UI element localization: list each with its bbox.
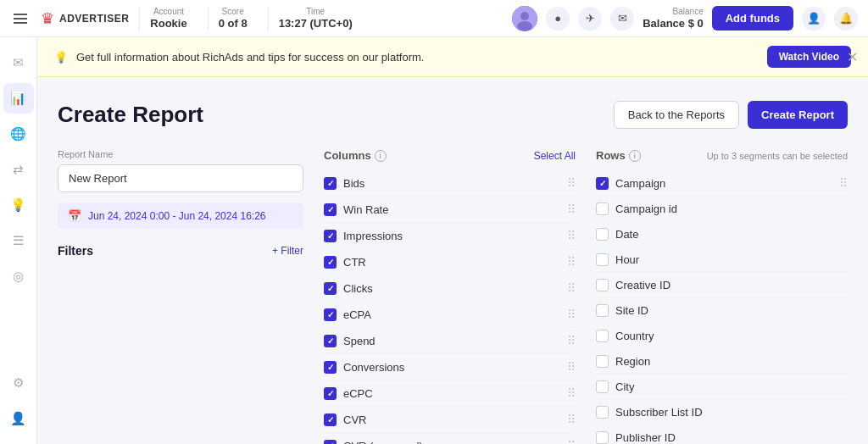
checkbox[interactable]: [596, 431, 609, 444]
drag-handle-icon[interactable]: ⠿: [567, 334, 576, 347]
row-label: Campaign id: [615, 203, 677, 215]
checkbox[interactable]: [596, 228, 609, 241]
table-row: ✓ Clicks ⠿: [324, 275, 576, 302]
checkbox[interactable]: ✓: [324, 177, 337, 190]
check-item-left: ✓ Clicks: [324, 282, 373, 295]
drag-handle-icon[interactable]: ⠿: [567, 176, 576, 190]
skype-icon[interactable]: ●: [546, 7, 570, 31]
brand-label: ADVERTISER: [59, 13, 129, 25]
sidebar-item-list[interactable]: ☰: [3, 225, 34, 256]
columns-info-icon: i: [375, 150, 387, 162]
column-label: Clicks: [343, 282, 373, 295]
account-label: Account: [153, 7, 184, 17]
drag-handle-icon[interactable]: ⠿: [567, 360, 576, 374]
checkbox[interactable]: ✓: [324, 413, 337, 426]
checkmark-icon: ✓: [327, 336, 334, 346]
check-item-left: Publisher ID: [596, 431, 676, 444]
check-item-left: Date: [596, 228, 638, 241]
checkbox[interactable]: [596, 330, 609, 342]
checkbox[interactable]: [596, 203, 609, 215]
checkbox[interactable]: ✓: [324, 203, 337, 216]
checkbox[interactable]: [596, 304, 609, 317]
drag-handle-icon[interactable]: ⠿: [567, 281, 576, 295]
checkmark-icon: ✓: [327, 441, 334, 445]
report-name-input[interactable]: [58, 164, 303, 192]
check-item-left: ✓ CTR: [324, 256, 366, 269]
crown-icon: ♛: [41, 9, 54, 28]
checkbox[interactable]: ✓: [324, 361, 337, 374]
row-label: City: [615, 380, 634, 393]
drag-handle-icon[interactable]: ⠿: [567, 439, 576, 444]
date-range-picker[interactable]: 📅 Jun 24, 2024 0:00 - Jun 24, 2024 16:26: [58, 203, 303, 229]
column-label: Win Rate: [343, 203, 388, 216]
sidebar-item-transfer[interactable]: ⇄: [3, 154, 34, 185]
table-row: ✓ Campaign ⠿: [596, 170, 848, 197]
checkbox[interactable]: [596, 279, 609, 291]
checkbox[interactable]: ✓: [324, 440, 337, 445]
table-row: ✓ CVR ⠿: [324, 407, 576, 433]
table-row: ✓ Conversions ⠿: [324, 354, 576, 380]
check-item-left: Subscriber List ID: [596, 406, 703, 419]
sidebar-item-bulb[interactable]: 💡: [3, 190, 34, 220]
drag-handle-icon[interactable]: ⠿: [567, 255, 576, 269]
add-funds-button[interactable]: Add funds: [712, 6, 793, 31]
drag-handle-icon[interactable]: ⠿: [567, 386, 576, 400]
sidebar: ✉ 📊 🌐 ⇄ 💡 ☰ ◎ ⚙ 👤: [0, 37, 37, 444]
sidebar-item-globe[interactable]: 🌐: [3, 119, 34, 149]
table-row: Hour: [596, 247, 848, 273]
checkbox[interactable]: ✓: [596, 177, 609, 190]
checkbox[interactable]: ✓: [324, 308, 337, 321]
drag-handle-icon[interactable]: ⠿: [567, 229, 576, 242]
table-row: Region: [596, 349, 848, 375]
check-item-left: Hour: [596, 253, 639, 266]
banner-close-button[interactable]: ✕: [847, 49, 858, 65]
checkbox[interactable]: [596, 406, 609, 419]
drag-handle-icon[interactable]: ⠿: [567, 203, 576, 216]
sidebar-item-chart[interactable]: 📊: [3, 83, 34, 114]
table-row: Country: [596, 324, 848, 349]
columns-header: Columns i Select All: [324, 149, 576, 162]
checkbox[interactable]: ✓: [324, 282, 337, 295]
sidebar-item-circle[interactable]: ◎: [3, 261, 34, 291]
drag-handle-icon[interactable]: ⠿: [567, 308, 576, 321]
sidebar-item-person[interactable]: 👤: [3, 403, 34, 434]
table-row: ✓ Win Rate ⠿: [324, 197, 576, 223]
checkbox[interactable]: [596, 253, 609, 266]
checkbox[interactable]: [596, 355, 609, 368]
row-label: Site ID: [615, 304, 648, 317]
table-row: City: [596, 375, 848, 400]
table-row: Site ID: [596, 298, 848, 324]
checkbox[interactable]: ✓: [324, 335, 337, 347]
telegram-icon[interactable]: ✈: [578, 7, 602, 31]
rows-info-icon: i: [629, 150, 641, 162]
filters-row: Filters + Filter: [58, 244, 303, 258]
page-header: Create Report Back to the Reports Create…: [58, 101, 848, 129]
column-label: eCPA: [343, 308, 371, 321]
checkbox[interactable]: ✓: [324, 230, 337, 242]
drag-handle-icon[interactable]: ⠿: [567, 413, 576, 426]
watch-video-button[interactable]: Watch Video: [767, 46, 851, 68]
select-all-button[interactable]: Select All: [534, 150, 576, 162]
columns-section: Columns i Select All ✓ Bids ⠿ ✓ Win Rate…: [324, 149, 576, 444]
bell-icon[interactable]: 🔔: [834, 7, 858, 31]
check-item-left: ✓ Bids: [324, 177, 364, 190]
drag-handle-icon[interactable]: ⠿: [839, 176, 848, 190]
table-row: Date: [596, 222, 848, 247]
rows-list: ✓ Campaign ⠿ Campaign id Date Hour: [596, 170, 848, 444]
avatar[interactable]: [512, 6, 537, 31]
checkbox[interactable]: ✓: [324, 387, 337, 400]
add-filter-button[interactable]: + Filter: [272, 245, 303, 257]
column-label: Conversions: [343, 361, 404, 374]
user-icon[interactable]: 👤: [802, 7, 826, 31]
score-stat: Score 0 of 8: [208, 7, 258, 31]
checkbox[interactable]: ✓: [324, 256, 337, 269]
brand: ♛ ADVERTISER: [41, 9, 129, 28]
checkbox[interactable]: [596, 380, 609, 393]
sidebar-item-gear[interactable]: ⚙: [3, 368, 34, 398]
create-report-button[interactable]: Create Report: [748, 101, 848, 129]
table-row: ✓ Bids ⠿: [324, 170, 576, 197]
back-to-reports-button[interactable]: Back to the Reports: [614, 101, 739, 129]
menu-toggle[interactable]: [10, 10, 31, 27]
sidebar-item-envelope[interactable]: ✉: [3, 47, 34, 78]
mail-icon[interactable]: ✉: [610, 7, 634, 31]
